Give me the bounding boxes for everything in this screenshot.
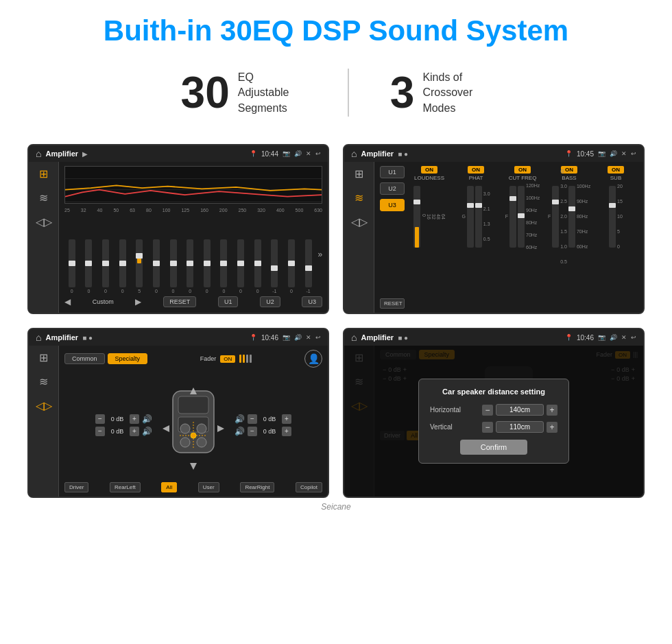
crossover-app-title: Amplifier	[361, 150, 394, 158]
horizontal-label: Horizontal	[430, 406, 461, 414]
specialty-back-icon[interactable]: ↩	[315, 334, 321, 341]
crossover-status-bar: ⌂ Amplifier ■ ● 📍 10:45 📷 🔊 ✕ ↩	[344, 145, 643, 162]
eq-status-right: 📍 10:44 📷 🔊 ✕ ↩	[250, 150, 321, 158]
fader-on[interactable]: ON	[220, 355, 235, 363]
stat-eq-desc: EQ Adjustable Segments	[238, 70, 307, 116]
vol-icon[interactable]: ◁▷	[36, 215, 52, 228]
home-icon[interactable]: ⌂	[36, 148, 41, 159]
prev-arrow[interactable]: ◀	[64, 297, 71, 307]
distance-home-icon[interactable]: ⌂	[351, 332, 357, 343]
sp-user[interactable]: User	[198, 482, 219, 492]
vertical-minus[interactable]: −	[482, 422, 493, 433]
specialty-left-sidebar: ⊞ ≋ ◁▷	[29, 346, 59, 497]
sp-driver[interactable]: Driver	[64, 482, 88, 492]
crossover-reset[interactable]: RESET	[380, 298, 405, 309]
sub-toggle[interactable]: ON	[608, 166, 624, 174]
horizontal-minus[interactable]: −	[482, 405, 493, 416]
u1-btn[interactable]: U1	[218, 296, 239, 307]
sp-vol-icon[interactable]: ◁▷	[36, 399, 52, 412]
db-value-fl: 0 dB	[108, 416, 127, 422]
horizontal-plus[interactable]: +	[547, 405, 557, 416]
preset-u1[interactable]: U1	[380, 166, 405, 178]
phat-toggle[interactable]: ON	[468, 166, 484, 174]
db-plus-rl[interactable]: +	[130, 427, 139, 436]
eq-main-area: 2532 4050 6380 100125 160200 250320 4005…	[59, 162, 328, 313]
sp-copilot[interactable]: Copilot	[296, 482, 322, 492]
specialty-home-icon[interactable]: ⌂	[36, 332, 41, 343]
specialty-close-icon[interactable]: ✕	[306, 334, 311, 341]
db-plus-rr[interactable]: +	[282, 427, 291, 436]
stat-crossover: 3 Kinds of Crossover Modes	[349, 70, 533, 116]
db-plus-fr[interactable]: +	[282, 414, 291, 424]
cutfreq-toggle[interactable]: ON	[514, 166, 531, 174]
crossover-home-icon[interactable]: ⌂	[351, 148, 357, 159]
stat-crossover-desc: Kinds of Crossover Modes	[422, 70, 491, 116]
svg-point-7	[180, 424, 190, 433]
sp-wave-icon[interactable]: ≋	[39, 375, 48, 388]
preset-u3[interactable]: U3	[380, 199, 405, 211]
horizontal-value[interactable]: 140cm	[496, 404, 544, 416]
crossover-left-sidebar: ⊞ ≋ ◁▷	[344, 162, 374, 313]
sp-all[interactable]: All	[161, 482, 177, 492]
crossover-vol-icon[interactable]: ◁▷	[351, 215, 368, 228]
user-icon[interactable]: 👤	[304, 350, 322, 368]
eq-slider-14: -1	[301, 239, 316, 294]
loudness-toggle[interactable]: ON	[421, 166, 437, 174]
specialty-status-right: 📍 10:46 📷 🔊 ✕ ↩	[250, 334, 321, 342]
crossover-presets: U1 U2 U3 RESET	[380, 166, 405, 309]
svg-point-8	[197, 424, 206, 433]
wave-icon[interactable]: ≋	[39, 191, 48, 204]
sp-eq-icon[interactable]: ⊞	[39, 351, 48, 364]
sp-rearright[interactable]: RearRight	[240, 482, 274, 492]
eq-slider-1: 0	[82, 239, 97, 294]
crossover-time: 10:45	[577, 150, 594, 158]
vertical-value[interactable]: 110cm	[496, 421, 544, 433]
stat-crossover-number: 3	[390, 71, 415, 115]
spec-top-row: Common Specialty Fader ON	[64, 350, 322, 368]
eq-icon[interactable]: ⊞	[39, 167, 48, 180]
crossover-eq-icon[interactable]: ⊞	[355, 167, 363, 180]
crossover-status-icons: ■ ●	[398, 150, 408, 158]
vertical-plus[interactable]: +	[547, 422, 557, 433]
tab-specialty[interactable]: Specialty	[108, 353, 148, 364]
u3-btn[interactable]: U3	[302, 296, 322, 307]
speaker-rl-icon: 🔊	[142, 427, 152, 436]
crossover-back-icon[interactable]: ↩	[631, 150, 636, 157]
more-icon[interactable]: »	[317, 250, 322, 259]
reset-btn[interactable]: RESET	[163, 296, 196, 307]
stat-eq-number: 30	[181, 71, 230, 115]
tab-common[interactable]: Common	[64, 353, 105, 364]
preset-u2[interactable]: U2	[380, 182, 405, 195]
db-minus-rr[interactable]: −	[248, 427, 257, 436]
distance-close-icon[interactable]: ✕	[621, 334, 627, 341]
confirm-button[interactable]: Confirm	[460, 440, 528, 455]
db-value-rr: 0 dB	[260, 428, 279, 435]
next-arrow[interactable]: ▶	[135, 297, 141, 307]
horizontal-input-group: − 140cm +	[482, 404, 557, 416]
crossover-main-area: U1 U2 U3 RESET ON LOUDNESS 64	[374, 162, 643, 313]
eq-back-icon[interactable]: ↩	[315, 150, 321, 157]
dialog-horizontal-row: Horizontal − 140cm +	[430, 404, 557, 416]
sp-rearleft[interactable]: RearLeft	[110, 482, 141, 492]
svg-marker-15	[190, 463, 197, 470]
svg-rect-0	[65, 167, 322, 204]
eq-left-sidebar: ⊞ ≋ ◁▷	[29, 162, 59, 313]
distance-status-right: 📍 10:46 📷 🔊 ✕ ↩	[565, 334, 636, 342]
crossover-wave-icon[interactable]: ≋	[355, 191, 363, 204]
eq-graph	[64, 166, 322, 204]
crossover-close-icon[interactable]: ✕	[621, 150, 627, 157]
distance-screen: ⌂ Amplifier ■ ● 📍 10:46 📷 🔊 ✕ ↩ ⊞ ≋	[343, 328, 645, 498]
u2-btn[interactable]: U2	[260, 296, 280, 307]
db-minus-fl[interactable]: −	[95, 414, 105, 424]
db-minus-fr[interactable]: −	[248, 414, 257, 424]
db-plus-fl[interactable]: +	[130, 414, 139, 424]
db-minus-rl[interactable]: −	[95, 427, 105, 436]
distance-status-bar: ⌂ Amplifier ■ ● 📍 10:46 📷 🔊 ✕ ↩	[344, 329, 643, 346]
distance-back-icon[interactable]: ↩	[631, 334, 636, 341]
eq-close-icon[interactable]: ✕	[306, 150, 311, 157]
crossover-channels: ON LOUDNESS 644832160 ON PHAT	[407, 166, 638, 309]
eq-slider-9: 0	[217, 239, 232, 294]
speaker-layout: − 0 dB + 🔊 − 0 dB + 🔊	[64, 372, 322, 478]
distance-status-left: ⌂ Amplifier ■ ●	[351, 332, 408, 343]
distance-dialog: Car speaker distance setting Horizontal …	[418, 379, 569, 464]
